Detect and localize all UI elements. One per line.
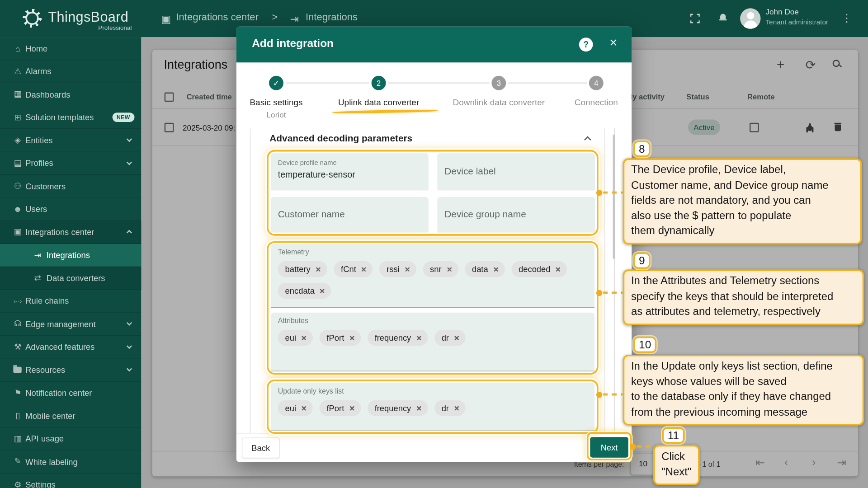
chip[interactable]: dr <box>434 400 466 416</box>
chip[interactable]: snr <box>423 261 458 277</box>
sidebar-item-advanced-features[interactable]: ⚒Advanced features <box>0 336 141 359</box>
back-button[interactable]: Back <box>242 438 279 458</box>
chip[interactable]: frequency <box>368 330 428 346</box>
sidebar-item-solution-templates[interactable]: ⊞Solution templatesNEW <box>0 106 141 129</box>
remove-chip-icon[interactable] <box>319 287 326 295</box>
sidebar-item-white-labeling[interactable]: ✎White labeling <box>0 450 141 474</box>
sidebar-item-alarms[interactable]: ⚠Alarms <box>0 60 141 83</box>
remove-chip-icon[interactable] <box>314 265 322 273</box>
step-done-icon: ✓ <box>269 76 283 90</box>
notifications-bell-icon[interactable] <box>718 13 727 23</box>
sidebar-item-profiles[interactable]: ▤Profiles <box>0 152 141 175</box>
user-role: Tenant administrator <box>765 18 828 26</box>
annotation-badge-11: 11 <box>662 427 684 444</box>
sidebar: ⌂Home ⚠Alarms ▦Dashboards ⊞Solution temp… <box>0 37 141 488</box>
sidebar-item-api-usage[interactable]: ▥API usage <box>0 427 141 450</box>
step-uplink-data-converter[interactable]: 2 Uplink data converter <box>309 76 448 108</box>
chip[interactable]: dr <box>434 330 466 346</box>
attributes-field[interactable]: Attributes eui fPort frequency dr <box>271 313 594 371</box>
thingsboard-logo-icon[interactable] <box>21 7 43 29</box>
remove-chip-icon[interactable] <box>403 265 411 273</box>
sidebar-item-integrations-center[interactable]: ▣Integrations center <box>0 221 141 244</box>
step-connection[interactable]: 4 Connection <box>527 76 665 108</box>
annotation-badge-10: 10 <box>633 336 657 353</box>
chip[interactable]: rssi <box>379 261 416 277</box>
annotation-badge-8: 8 <box>633 141 651 157</box>
sidebar-item-customers[interactable]: ⚇Customers <box>0 175 141 198</box>
scrollbar-thumb[interactable] <box>613 135 615 259</box>
sidebar-item-data-converters[interactable]: ⇄Data converters <box>0 267 141 290</box>
chevron-up-icon <box>127 230 132 235</box>
annotation-callout-10: In the Update only keys list section, de… <box>623 355 864 426</box>
update-only-keys-field[interactable]: Update only keys list eui fPort frequenc… <box>271 383 594 431</box>
settings-gear-icon: ⚙ <box>12 479 23 488</box>
chip[interactable]: frequency <box>368 400 428 416</box>
device-group-name-field[interactable]: Device group name <box>437 197 595 232</box>
breadcrumb-integrations-center[interactable]: Integrations center <box>176 12 259 23</box>
sidebar-item-edge-management[interactable]: ☊Edge management <box>0 313 141 336</box>
sidebar-item-users[interactable]: ☻Users <box>0 198 141 221</box>
remove-chip-icon[interactable] <box>445 265 453 273</box>
annotation-badge-9: 9 <box>633 252 651 269</box>
chip[interactable]: fPort <box>320 330 361 346</box>
breadcrumb-integrations[interactable]: Integrations <box>306 12 358 23</box>
remove-chip-icon[interactable] <box>453 334 461 342</box>
sidebar-item-integrations[interactable]: ⇥Integrations <box>0 244 141 267</box>
add-integration-dialog: Add integration ? × ✓ Basic settings Lor… <box>236 27 632 462</box>
chip[interactable]: eui <box>278 400 313 416</box>
new-badge: NEW <box>112 113 134 122</box>
remove-chip-icon[interactable] <box>360 265 368 273</box>
customer-name-field[interactable]: Customer name <box>271 197 429 232</box>
help-icon[interactable]: ? <box>579 38 593 52</box>
remove-chip-icon[interactable] <box>415 404 423 412</box>
dashboards-icon: ▦ <box>12 89 23 99</box>
sidebar-item-dashboards[interactable]: ▦Dashboards <box>0 83 141 106</box>
sidebar-item-entities[interactable]: ◈Entities <box>0 129 141 152</box>
home-icon: ⌂ <box>12 43 23 53</box>
device-profile-name-field[interactable]: Device profile name temperature-sensor <box>271 153 429 190</box>
integrations-icon: ⇥ <box>290 13 299 25</box>
collapse-chevron-up-icon[interactable] <box>584 136 591 143</box>
sidebar-item-resources[interactable]: Resources <box>0 358 141 381</box>
remove-chip-icon[interactable] <box>492 265 500 273</box>
device-label-field[interactable]: Device label <box>437 153 595 190</box>
sidebar-item-rule-chains[interactable]: ‹··›Rule chains <box>0 290 141 313</box>
chip[interactable]: encdata <box>278 283 331 299</box>
chevron-down-icon <box>127 343 132 349</box>
kebab-menu-icon[interactable]: ⋮ <box>841 12 852 24</box>
chevron-down-icon <box>127 320 132 326</box>
chip[interactable]: eui <box>278 330 313 346</box>
chip[interactable]: decoded <box>511 261 567 277</box>
customers-icon: ⚇ <box>12 181 23 191</box>
chip[interactable]: data <box>465 261 505 277</box>
edge-management-icon: ☊ <box>12 319 23 329</box>
chip[interactable]: fCnt <box>334 261 373 277</box>
brand-edition: Professional <box>83 24 132 31</box>
chip[interactable]: battery <box>278 261 327 277</box>
remove-chip-icon[interactable] <box>348 404 356 412</box>
sidebar-item-home[interactable]: ⌂Home <box>0 37 141 60</box>
close-icon[interactable]: × <box>605 35 622 50</box>
alarms-icon: ⚠ <box>12 66 23 76</box>
annotation-callout-8: The Device profile, Device label, Custom… <box>623 158 862 244</box>
sidebar-item-notification-center[interactable]: ⚑Notification center <box>0 381 141 404</box>
chip[interactable]: fPort <box>320 400 361 416</box>
telemetry-field[interactable]: Telemetry battery fCnt rssi snr data dec… <box>271 244 594 308</box>
remove-chip-icon[interactable] <box>453 404 461 412</box>
remove-chip-icon[interactable] <box>300 404 308 412</box>
profiles-icon: ▤ <box>12 158 23 168</box>
sidebar-item-settings[interactable]: ⚙Settings <box>0 474 141 488</box>
fullscreen-icon[interactable] <box>690 14 700 23</box>
avatar[interactable] <box>740 8 760 28</box>
remove-chip-icon[interactable] <box>554 265 562 273</box>
remove-chip-icon[interactable] <box>415 334 423 342</box>
dialog-title: Add integration <box>252 37 334 50</box>
api-usage-icon: ▥ <box>12 434 23 444</box>
annotation-highlight-next-button <box>587 432 632 460</box>
chevron-down-icon <box>127 366 132 371</box>
sidebar-item-mobile-center[interactable]: ▯Mobile center <box>0 404 141 427</box>
remove-chip-icon[interactable] <box>348 334 356 342</box>
remove-chip-icon[interactable] <box>300 334 308 342</box>
brand-name: ThingsBoard <box>48 9 129 25</box>
users-icon: ☻ <box>12 204 23 214</box>
